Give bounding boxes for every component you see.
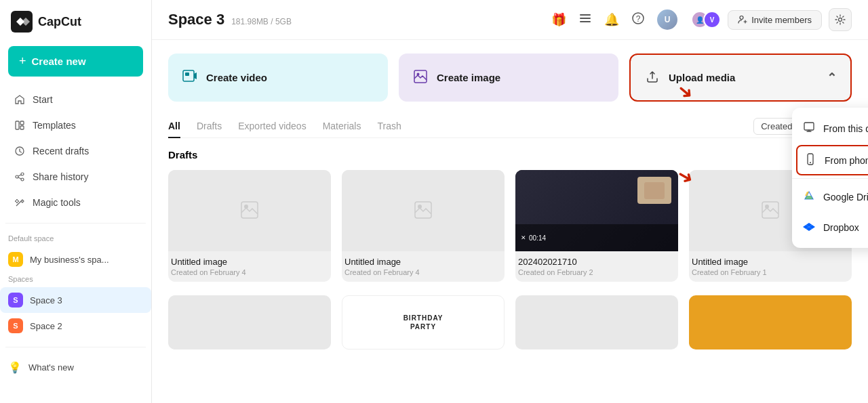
- svg-rect-19: [804, 123, 814, 130]
- dropbox-item[interactable]: Dropbox: [792, 212, 868, 242]
- share-icon: [14, 171, 26, 183]
- space2-avatar: S: [8, 318, 23, 333]
- magic-tools-icon: [14, 196, 26, 209]
- from-device-item[interactable]: From this device: [792, 113, 868, 144]
- user-avatar[interactable]: U: [657, 9, 677, 30]
- draft-name-0: Untitled image: [171, 257, 328, 267]
- home-icon: [14, 93, 26, 106]
- sidebar-item-recent-drafts[interactable]: Recent drafts: [5, 139, 146, 163]
- svg-rect-1: [16, 121, 19, 129]
- bottom-card-3[interactable]: [689, 295, 852, 349]
- space-title: Space 3 181.98MB / 5GB: [168, 11, 292, 28]
- sidebar-item-start[interactable]: Start: [5, 87, 146, 112]
- whats-new-icon: 💡: [8, 361, 22, 374]
- header-actions: 👤 V Invite members: [691, 8, 852, 31]
- svg-rect-3: [20, 126, 24, 129]
- capcut-logo-icon: [11, 11, 33, 33]
- default-space-label: Default space: [0, 232, 151, 247]
- upload-chevron-up-icon: ⌃: [827, 70, 837, 85]
- draft-date-1: Created on February 4: [344, 268, 502, 276]
- upload-media-label: Upload media: [669, 72, 735, 83]
- draft-date-3: Created on February 1: [692, 268, 849, 276]
- menu-icon[interactable]: [578, 12, 592, 28]
- create-image-card[interactable]: Create image: [399, 54, 618, 102]
- help-icon[interactable]: ?: [631, 12, 645, 28]
- svg-rect-2: [20, 121, 24, 125]
- upload-media-card[interactable]: Upload media ⌃: [629, 54, 852, 102]
- plus-icon: +: [19, 54, 26, 68]
- sidebar: CapCut + Create new Start Templates Rece…: [0, 0, 152, 403]
- image-placeholder-icon-1: [414, 200, 433, 221]
- svg-rect-10: [580, 21, 591, 22]
- sort-label: Created: [761, 121, 792, 131]
- draft-thumb-2: ✕ 00:14: [515, 170, 678, 251]
- tab-drafts[interactable]: Drafts: [197, 115, 222, 138]
- tab-trash[interactable]: Trash: [377, 115, 401, 138]
- bottom-card-0[interactable]: [168, 295, 331, 349]
- magic-tools-label: Magic tools: [33, 197, 81, 208]
- svg-point-21: [810, 162, 811, 163]
- draft-card-1[interactable]: Untitled image Created on February 4: [342, 170, 505, 282]
- monitor-icon: [803, 121, 815, 135]
- bottom-cards-row: BIRTHDAYPARTY: [168, 295, 852, 349]
- main-content: Space 3 181.98MB / 5GB 🎁 🔔 ? U: [152, 0, 868, 403]
- sidebar-item-space2[interactable]: S Space 2: [0, 313, 151, 339]
- whats-new-label: What's new: [28, 362, 74, 373]
- sidebar-item-templates[interactable]: Templates: [5, 113, 146, 137]
- bottom-card-1[interactable]: BIRTHDAYPARTY: [342, 295, 505, 349]
- google-drive-item[interactable]: Google Drive: [792, 182, 868, 212]
- invite-members-button[interactable]: Invite members: [728, 10, 822, 30]
- action-cards-row: Create video Create image Upload media ⌃: [168, 54, 852, 102]
- draft-card-0[interactable]: Untitled image Created on February 4: [168, 170, 331, 282]
- create-video-label: Create video: [206, 72, 267, 83]
- tab-exported[interactable]: Exported videos: [238, 115, 306, 138]
- sidebar-item-space3[interactable]: S Space 3: [0, 287, 151, 313]
- svg-text:?: ?: [636, 14, 641, 24]
- google-drive-label: Google Drive: [823, 192, 868, 203]
- space2-label: Space 2: [30, 321, 62, 331]
- phone-icon: [804, 153, 816, 167]
- space-settings-button[interactable]: [829, 8, 852, 31]
- bottom-card-2[interactable]: [515, 295, 678, 349]
- draft-name-1: Untitled image: [344, 257, 502, 267]
- tab-materials[interactable]: Materials: [323, 115, 361, 138]
- templates-label: Templates: [33, 120, 76, 131]
- logo: CapCut: [0, 0, 151, 41]
- svg-rect-9: [580, 18, 591, 19]
- drafts-grid: Untitled image Created on February 4 Unt…: [168, 170, 852, 282]
- space3-label: Space 3: [30, 295, 62, 305]
- sidebar-item-share-history[interactable]: Share history: [5, 165, 146, 189]
- dropbox-icon: [803, 220, 815, 234]
- bell-icon[interactable]: 🔔: [604, 12, 619, 27]
- upload-dropdown: From this device From phone Google Drive: [792, 108, 868, 248]
- svg-point-6: [21, 178, 24, 181]
- default-space-item[interactable]: M My business's spa...: [0, 247, 151, 272]
- draft-thumb-1: [342, 170, 505, 251]
- dropbox-label: Dropbox: [823, 222, 859, 233]
- video-duration: 00:14: [529, 234, 546, 242]
- tab-all[interactable]: All: [168, 115, 180, 138]
- spaces-label: Spaces: [0, 272, 151, 287]
- draft-date-2: Created on February 2: [518, 268, 675, 276]
- dropdown-divider: [792, 178, 868, 179]
- create-image-label: Create image: [437, 72, 500, 83]
- storage-info: 181.98MB / 5GB: [231, 17, 292, 26]
- drafts-section-title: Drafts: [168, 149, 852, 161]
- draft-info-3: Untitled image Created on February 1: [689, 251, 852, 282]
- whats-new-item[interactable]: 💡 What's new: [0, 356, 151, 379]
- create-video-card[interactable]: Create video: [168, 54, 388, 102]
- member-avatar-v: V: [703, 11, 721, 28]
- from-phone-item[interactable]: From phone: [796, 145, 868, 175]
- svg-point-14: [839, 18, 842, 22]
- tabs-row: All Drafts Exported videos Materials Tra…: [168, 115, 852, 138]
- header-icons-group: 🎁 🔔 ? U: [551, 9, 677, 30]
- draft-card-2[interactable]: ✕ 00:14 202402021710 Created on February…: [515, 170, 678, 282]
- upload-card-icon: [644, 68, 660, 87]
- image-placeholder-icon-3: [761, 200, 780, 221]
- gift-icon[interactable]: 🎁: [551, 12, 566, 27]
- create-new-button[interactable]: + Create new: [8, 46, 143, 77]
- sidebar-item-magic-tools[interactable]: Magic tools: [5, 190, 146, 215]
- svg-point-7: [16, 175, 18, 178]
- draft-info-0: Untitled image Created on February 4: [168, 251, 331, 282]
- google-drive-icon: [803, 190, 815, 204]
